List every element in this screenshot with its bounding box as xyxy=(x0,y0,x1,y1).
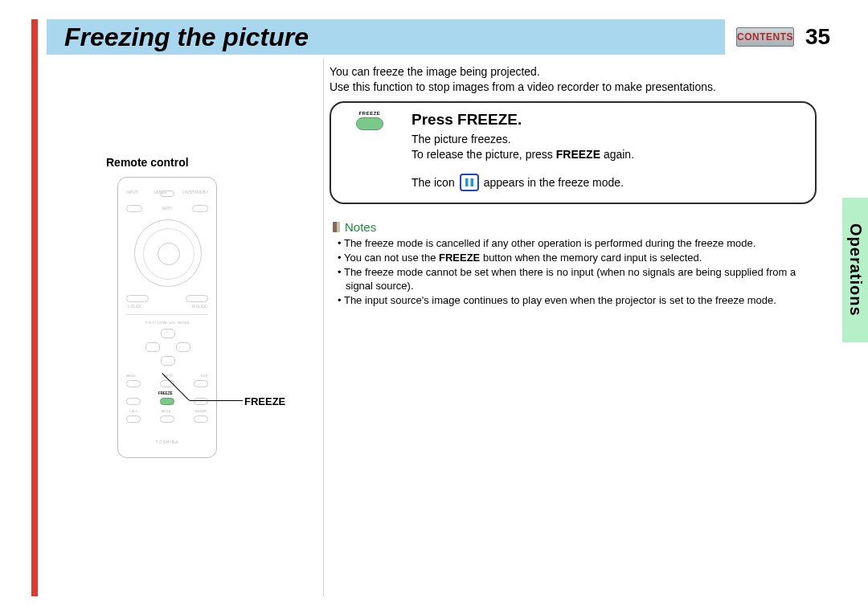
rc-dpad xyxy=(149,329,187,367)
rc-label-call: CALL xyxy=(129,409,137,413)
rc-label-exit: EXIT xyxy=(201,374,208,378)
rc-exit-button xyxy=(194,380,208,387)
rc-label-auto: AUTO xyxy=(162,207,172,211)
rc-set-button xyxy=(192,205,208,212)
notes-item: The freeze mode is cancelled if any othe… xyxy=(338,237,817,251)
rc-keystone-button xyxy=(126,205,142,212)
section-tab-label: Operations xyxy=(846,223,865,317)
rc-label-onstandby: ON/STANDBY xyxy=(182,190,208,194)
rc-label-input: INPUT xyxy=(126,190,138,194)
callout-line xyxy=(190,400,243,401)
notes-title: Notes xyxy=(345,220,376,234)
rc-lclick-button xyxy=(126,295,149,302)
rc-label-rclick: R-CLICK xyxy=(192,305,207,309)
rc-laser-button xyxy=(160,190,174,197)
freeze-button-icon xyxy=(356,117,383,130)
rc-menu-button xyxy=(126,380,141,387)
notes-icon xyxy=(333,222,340,232)
freeze-button-illustration: FREEZE xyxy=(346,111,394,191)
instruction-line: The picture freezes. xyxy=(411,132,800,147)
svg-rect-1 xyxy=(470,178,473,186)
freeze-callout-label: FREEZE xyxy=(244,395,285,407)
notes-item: The input source's image continues to pl… xyxy=(338,294,817,308)
rc-rclick-button xyxy=(186,295,208,302)
rc-label-menu: MENU xyxy=(126,374,136,378)
rc-label-lclick: L-CLICK xyxy=(128,305,141,309)
intro-text: You can freeze the image being projected… xyxy=(330,64,804,95)
column-divider xyxy=(323,58,324,596)
icon-appears-line: The icon appears in the freeze mode. xyxy=(411,174,800,191)
rc-nav-pad xyxy=(134,219,202,287)
page-header: Freezing the picture CONTENTS 35 xyxy=(47,19,834,55)
rc-label-resize: RESIZE xyxy=(195,409,207,413)
left-red-stripe xyxy=(31,19,38,596)
contents-button[interactable]: CONTENTS xyxy=(736,27,794,47)
remote-caption: Remote control xyxy=(106,156,315,169)
manual-page: Operations Freezing the picture CONTENTS… xyxy=(0,0,868,614)
title-bar: Freezing the picture xyxy=(47,19,725,55)
instruction-line: To release the picture, press FREEZE aga… xyxy=(411,147,800,162)
intro-line: Use this function to stop images from a … xyxy=(330,80,804,95)
page-number: 35 xyxy=(805,24,830,50)
freeze-small-label: FREEZE xyxy=(359,111,381,116)
page-title: Freezing the picture xyxy=(64,23,309,52)
instruction-text: Press FREEZE. The picture freezes. To re… xyxy=(411,111,800,191)
contents-button-label: CONTENTS xyxy=(737,31,793,43)
rc-label-pipzoom: P IN P / ZOOM / VOL / ENTER xyxy=(126,321,208,325)
instruction-heading: Press FREEZE. xyxy=(411,111,800,129)
rc-button xyxy=(194,398,208,405)
rc-call-button xyxy=(126,415,141,423)
intro-line: You can freeze the image being projected… xyxy=(330,64,804,80)
svg-rect-0 xyxy=(465,178,469,186)
rc-resize-button xyxy=(194,415,208,423)
rc-brand: TOSHIBA xyxy=(118,440,216,444)
notes-item: You can not use the FREEZE button when t… xyxy=(338,252,817,265)
section-tab-operations: Operations xyxy=(842,198,868,342)
instruction-box: FREEZE Press FREEZE. The picture freezes… xyxy=(330,101,817,204)
remote-column: Remote control INPUT LASER ON/STANDBY AU… xyxy=(106,156,315,458)
notes-item: The freeze mode cannot be set when there… xyxy=(338,266,817,293)
notes-section: Notes The freeze mode is cancelled if an… xyxy=(333,220,817,308)
freeze-mode-icon xyxy=(460,174,479,191)
notes-list: The freeze mode is cancelled if any othe… xyxy=(333,237,817,307)
